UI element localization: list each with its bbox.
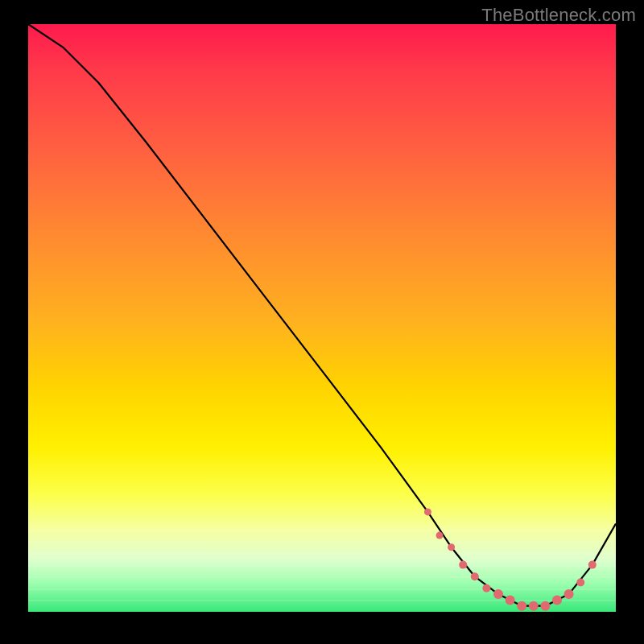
data-marker (471, 572, 479, 580)
data-marker (588, 561, 597, 569)
data-marker (448, 543, 455, 551)
data-marker (576, 579, 584, 587)
marker-group (424, 508, 597, 610)
data-marker (482, 584, 490, 592)
data-marker (506, 595, 515, 605)
chart-stage: TheBottleneck.com (0, 0, 644, 644)
data-marker (493, 589, 503, 599)
plot-area (28, 24, 616, 612)
data-marker (564, 589, 574, 599)
bottleneck-curve (28, 24, 616, 606)
data-marker (540, 601, 550, 611)
data-marker (424, 508, 431, 515)
watermark-text: TheBottleneck.com (481, 5, 636, 26)
data-marker (459, 561, 467, 569)
data-marker (517, 601, 526, 611)
data-marker (529, 601, 539, 611)
curve-layer (28, 24, 616, 612)
data-marker (436, 532, 444, 539)
data-marker (552, 595, 562, 605)
